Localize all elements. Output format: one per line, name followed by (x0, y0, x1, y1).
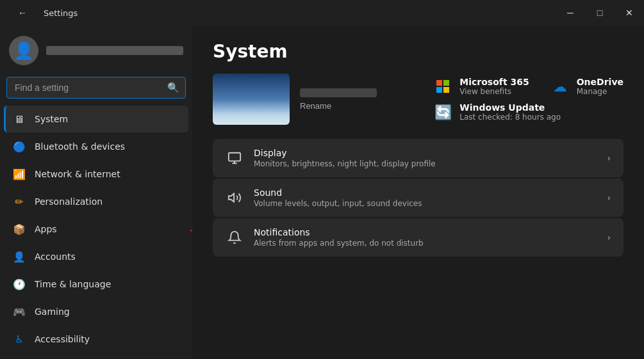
microsoft365-card[interactable]: Microsoft 365 View benefits (433, 76, 529, 97)
sound-desc: Volume levels, output, input, sound devi… (254, 199, 597, 208)
display-chevron: › (607, 153, 611, 163)
svg-rect-4 (229, 153, 240, 161)
profile-name (46, 46, 183, 55)
time-icon: 🕐 (13, 278, 26, 291)
microsoft365-title: Microsoft 365 (459, 77, 529, 87)
notifications-desc: Alerts from apps and system, do not dist… (254, 239, 597, 248)
info-cards: Microsoft 365 View benefits ☁ OneDrive M… (433, 76, 623, 122)
page-title: System (213, 41, 623, 62)
sidebar-item-label: Apps (35, 224, 57, 234)
sidebar-item-gaming[interactable]: 🎮 Gaming (4, 298, 188, 325)
personalization-icon: ✏️ (13, 195, 26, 208)
pc-preview (213, 74, 290, 125)
onedrive-subtitle: Manage (577, 87, 623, 96)
sidebar-item-label: Accounts (35, 251, 76, 262)
sidebar-item-system[interactable]: 🖥 System (4, 106, 188, 132)
onedrive-icon: ☁ (550, 76, 570, 97)
sidebar-item-label: Gaming (35, 307, 70, 317)
onedrive-text: OneDrive Manage (577, 77, 623, 96)
display-text: Display Monitors, brightness, night ligh… (254, 148, 597, 168)
sidebar-item-label: Accessibility (35, 334, 90, 344)
svg-marker-7 (229, 194, 234, 202)
windows-update-subtitle: Last checked: 8 hours ago (459, 113, 561, 122)
sidebar-item-label: Bluetooth & devices (35, 141, 125, 152)
system-icon: 🖥 (13, 113, 26, 125)
display-title: Display (254, 148, 597, 158)
window-controls: ─ □ ✕ (556, 0, 644, 26)
network-icon: 📶 (13, 168, 26, 180)
svg-rect-1 (443, 80, 449, 86)
sidebar-item-apps[interactable]: 📦 Apps ◀ (4, 216, 188, 243)
back-icon: ← (18, 8, 27, 18)
sound-title: Sound (254, 187, 597, 198)
sound-icon (226, 189, 244, 207)
back-button[interactable]: ← (8, 0, 37, 26)
sidebar-item-bluetooth[interactable]: 🔵 Bluetooth & devices (4, 133, 188, 160)
search-box: 🔍 (6, 77, 186, 99)
sidebar-item-accessibility[interactable]: ♿ Accessibility (4, 326, 188, 353)
titlebar-left: ← Settings (8, 0, 78, 26)
avatar[interactable]: 👤 (9, 36, 38, 65)
pc-wallpaper-preview (213, 74, 290, 125)
sidebar-item-time[interactable]: 🕐 Time & language (4, 271, 188, 298)
sidebar-item-accounts[interactable]: 👤 Accounts (4, 243, 188, 270)
search-icon: 🔍 (167, 82, 179, 93)
close-button[interactable]: ✕ (615, 0, 644, 26)
sidebar-item-label: Time & language (35, 279, 111, 289)
profile-section: 👤 (0, 26, 192, 73)
windows-update-text: Windows Update Last checked: 8 hours ago (459, 102, 561, 122)
sound-text: Sound Volume levels, output, input, soun… (254, 187, 597, 208)
user-icon: 👤 (13, 41, 34, 60)
notifications-title: Notifications (254, 227, 597, 237)
svg-rect-2 (436, 87, 442, 93)
sidebar-item-label: Network & internet (35, 169, 120, 179)
sidebar-item-label: Personalization (35, 196, 103, 207)
microsoft365-text: Microsoft 365 View benefits (459, 77, 529, 96)
apps-icon: 📦 (13, 223, 26, 235)
accounts-icon: 👤 (13, 250, 26, 263)
content-area: System Rename (192, 26, 644, 359)
app-body: 👤 🔍 🖥 System 🔵 Bluetooth & devices 📶 Net… (0, 26, 644, 359)
sidebar-item-personalization[interactable]: ✏️ Personalization (4, 188, 188, 215)
restore-button[interactable]: □ (585, 0, 615, 26)
bluetooth-icon: 🔵 (13, 140, 26, 153)
top-row: Rename (213, 74, 623, 125)
accessibility-icon: ♿ (13, 333, 26, 346)
microsoft365-subtitle: View benefits (459, 87, 529, 96)
settings-item-sound[interactable]: Sound Volume levels, output, input, soun… (213, 179, 623, 217)
settings-list: Display Monitors, brightness, night ligh… (213, 139, 623, 257)
sidebar-item-network[interactable]: 📶 Network & internet (4, 161, 188, 187)
microsoft365-icon (433, 76, 453, 97)
rename-button[interactable]: Rename (300, 101, 377, 111)
windows-update-card[interactable]: 🔄 Windows Update Last checked: 8 hours a… (433, 102, 623, 122)
settings-item-notifications[interactable]: Notifications Alerts from apps and syste… (213, 218, 623, 257)
pc-name-area: Rename (300, 88, 377, 111)
notifications-chevron: › (607, 232, 611, 243)
search-input[interactable] (6, 77, 186, 99)
sidebar-nav: 🖥 System 🔵 Bluetooth & devices 📶 Network… (0, 105, 192, 353)
display-desc: Monitors, brightness, night light, displ… (254, 159, 597, 168)
gaming-icon: 🎮 (13, 305, 26, 318)
display-icon (226, 149, 244, 167)
titlebar: ← Settings ─ □ ✕ (0, 0, 644, 26)
sound-chevron: › (607, 193, 611, 203)
sidebar-item-label: System (35, 114, 68, 124)
pc-name (300, 88, 377, 97)
settings-item-display[interactable]: Display Monitors, brightness, night ligh… (213, 139, 623, 177)
info-cards-top-row: Microsoft 365 View benefits ☁ OneDrive M… (433, 76, 623, 97)
windows-update-title: Windows Update (459, 102, 561, 113)
windows-update-icon: 🔄 (433, 102, 453, 122)
app-title: Settings (44, 8, 78, 18)
svg-rect-3 (443, 87, 449, 93)
onedrive-card[interactable]: ☁ OneDrive Manage (550, 76, 623, 97)
sidebar: 👤 🔍 🖥 System 🔵 Bluetooth & devices 📶 Net… (0, 26, 192, 359)
minimize-button[interactable]: ─ (556, 0, 585, 26)
svg-rect-0 (436, 80, 442, 86)
notifications-text: Notifications Alerts from apps and syste… (254, 227, 597, 248)
notifications-icon (226, 228, 244, 246)
onedrive-title: OneDrive (577, 77, 623, 87)
